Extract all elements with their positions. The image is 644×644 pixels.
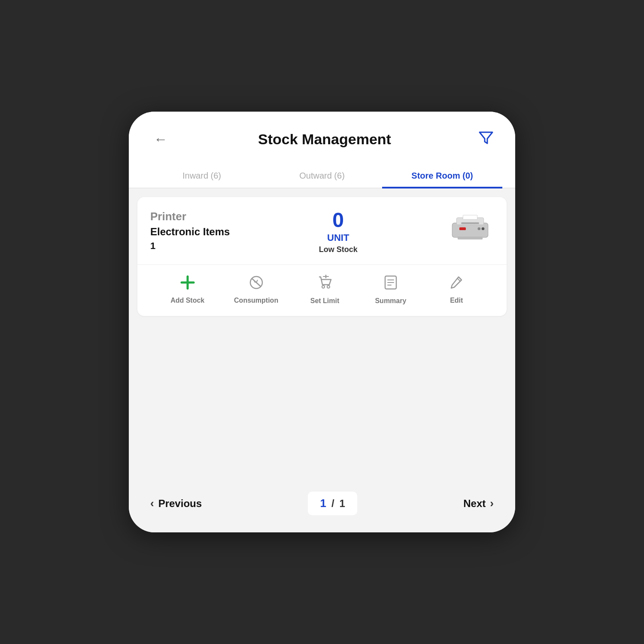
tabs-bar: Inward (6) Outward (6) Store Room (0) [129, 165, 515, 188]
item-info: Printer Electronic Items 1 [150, 210, 230, 252]
current-page: 1 [320, 497, 326, 510]
item-stock: 0 UNIT Low Stock [319, 210, 358, 254]
edit-icon [449, 275, 464, 292]
item-main-row: Printer Electronic Items 1 0 UNIT Low St… [150, 210, 494, 264]
item-category: Electronic Items [150, 226, 230, 238]
svg-rect-6 [459, 227, 466, 230]
svg-rect-2 [452, 223, 488, 237]
pagination: ‹ Previous 1 / 1 Next › [129, 480, 515, 532]
set-limit-label: Set Limit [310, 297, 340, 305]
content-area: Printer Electronic Items 1 0 UNIT Low St… [129, 188, 515, 480]
item-name: Printer [150, 210, 230, 223]
consumption-button[interactable]: Consumption [234, 275, 278, 304]
phone-frame: ← Stock Management Inward (6) Outward (6… [129, 112, 515, 532]
tab-storeroom[interactable]: Store Room (0) [382, 165, 502, 188]
page-separator: / [331, 498, 334, 510]
summary-icon [383, 274, 398, 293]
set-limit-button[interactable]: Set Limit [306, 274, 344, 305]
svg-point-14 [322, 286, 325, 288]
svg-rect-5 [458, 237, 483, 240]
page-indicator: 1 / 1 [308, 492, 357, 515]
previous-button[interactable]: ‹ Previous [150, 497, 202, 510]
back-button[interactable]: ← [150, 129, 171, 149]
previous-arrow: ‹ [150, 497, 154, 510]
actions-row: Add Stock Consumption [150, 265, 494, 316]
add-stock-label: Add Stock [170, 297, 204, 304]
stock-status: Low Stock [319, 245, 358, 254]
header: ← Stock Management [129, 112, 515, 158]
set-limit-icon [317, 274, 333, 293]
svg-point-7 [477, 227, 480, 230]
item-card: Printer Electronic Items 1 0 UNIT Low St… [137, 197, 507, 316]
svg-marker-0 [480, 132, 492, 143]
add-stock-icon [180, 275, 195, 292]
next-label: Next [463, 498, 486, 510]
consumption-label: Consumption [234, 297, 278, 304]
page-title: Stock Management [258, 131, 391, 148]
total-pages: 1 [340, 498, 345, 510]
svg-point-8 [482, 227, 485, 230]
item-number: 1 [150, 240, 230, 252]
filter-icon[interactable] [478, 130, 494, 149]
item-image [447, 210, 494, 249]
edit-label: Edit [450, 297, 463, 304]
previous-label: Previous [158, 498, 202, 510]
tab-inward[interactable]: Inward (6) [142, 165, 262, 188]
next-arrow: › [490, 497, 494, 510]
svg-point-15 [327, 286, 330, 288]
next-button[interactable]: Next › [463, 497, 494, 510]
summary-label: Summary [375, 297, 406, 305]
svg-rect-4 [461, 222, 479, 224]
tab-outward[interactable]: Outward (6) [262, 165, 382, 188]
edit-button[interactable]: Edit [437, 275, 476, 304]
consumption-icon [248, 275, 264, 292]
summary-button[interactable]: Summary [371, 274, 410, 305]
stock-count: 0 [332, 210, 344, 231]
svg-rect-9 [463, 215, 477, 219]
add-stock-button[interactable]: Add Stock [168, 275, 207, 304]
stock-unit: UNIT [327, 232, 349, 243]
